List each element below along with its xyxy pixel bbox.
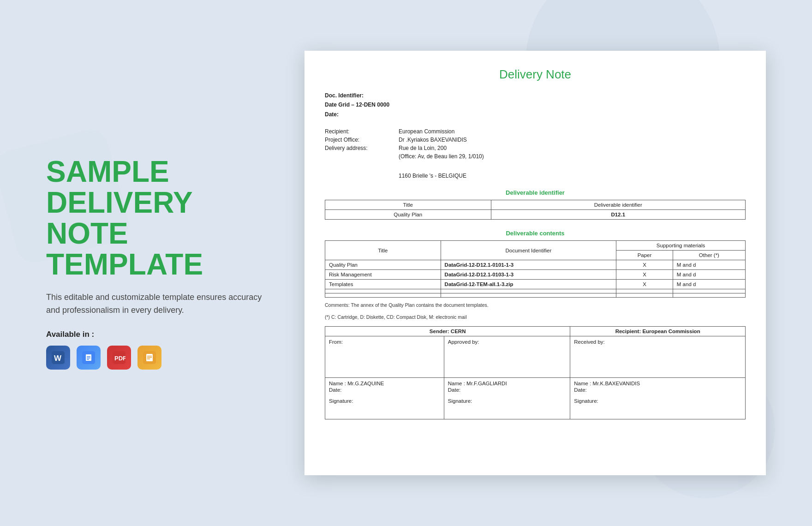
main-container: SAMPLE DELIVERY NOTE TEMPLATE This edita… (46, 51, 766, 475)
project-office-row: Project Office: Dr .Kyriakos BAXEVANIDIS (325, 137, 746, 143)
svg-rect-6 (87, 359, 89, 360)
pages-icon[interactable] (137, 346, 161, 370)
row-title (325, 289, 441, 293)
delivery-address-label: Delivery address: (325, 145, 399, 151)
received-label: Received by: (570, 336, 746, 378)
deliverable-identifier-table: Title Deliverable identifier Quality Pla… (325, 200, 746, 220)
doc-identifier-line1: Doc. Identifier: (325, 91, 746, 100)
delivery-address-row: Delivery address: Rue de la Loin, 200 (325, 145, 746, 151)
recipient-label: Recipient: (325, 128, 399, 135)
svg-text:PDF: PDF (114, 355, 125, 362)
row-paper (616, 289, 673, 293)
row-identifier (441, 293, 616, 298)
received-date: Date: (574, 387, 741, 393)
table-row (325, 289, 746, 293)
row-title: Quality Plan (325, 260, 441, 270)
main-description: This editable and customizable template … (46, 291, 268, 317)
svg-text:W: W (54, 354, 62, 363)
row-paper (616, 293, 673, 298)
app-icons-row: W PDF (46, 346, 268, 370)
svg-rect-13 (147, 359, 150, 359)
table-row: Quality Plan DataGrid-12-D12.1-0101-1-3 … (325, 260, 746, 270)
row-other: M and d (673, 260, 745, 270)
doc-identifier-line2: Date Grid – 12-DEN 0000 (325, 100, 746, 109)
svg-rect-11 (147, 356, 152, 357)
row-paper: X (616, 270, 673, 280)
recipient-value: European Commission (399, 128, 746, 135)
delivery-address-sub1: (Office: Av, de Beau lien 29, 1/010) (399, 153, 746, 160)
received-details: Name : Mr.K.BAXEVANIDIS Date: Signature: (570, 378, 746, 419)
document-panel: Delivery Note Doc. Identifier: Date Grid… (304, 51, 766, 475)
row-identifier: DataGrid-12-D12.1-0103-1-3 (441, 270, 616, 280)
deliverable-identifier-title: Deliverable identifier (325, 189, 746, 196)
table-row (325, 293, 746, 298)
svg-rect-12 (147, 357, 152, 358)
contents-col-other: Other (*) (673, 251, 745, 260)
col-title-header: Title (325, 200, 491, 210)
col-identifier-header: Deliverable identifier (491, 200, 745, 210)
table-row: Risk Management DataGrid-12-D12.1-0103-1… (325, 270, 746, 280)
row-d12: D12.1 (491, 210, 745, 220)
row-other: M and d (673, 280, 745, 289)
from-details: Name : Mr.G.ZAQUINE Date: Signature: (325, 378, 444, 419)
footnote-line: (*) C: Cartridge, D: Diskette, CD: Compa… (325, 314, 746, 320)
sender-header: Sender: CERN (325, 327, 570, 336)
recipient-row: Recipient: European Commission (325, 128, 746, 135)
doc-title: Delivery Note (325, 67, 746, 82)
approved-label: Approved by: (444, 336, 570, 378)
word-icon[interactable]: W (46, 346, 70, 370)
row-identifier (441, 289, 616, 293)
svg-rect-5 (87, 358, 90, 359)
comments-line: Comments: The annex of the Quality Plan … (325, 302, 746, 308)
row-quality-plan: Quality Plan (325, 210, 491, 220)
main-title: SAMPLE DELIVERY NOTE TEMPLATE (46, 156, 268, 281)
from-name: Name : Mr.G.ZAQUINE (329, 381, 440, 386)
delivery-address-sub2: 1160 Brielle 's - BELGIQUE (399, 173, 746, 179)
contents-col-paper: Paper (616, 251, 673, 260)
contents-col-supporting: Supporting materials (616, 241, 746, 251)
received-name: Name : Mr.K.BAXEVANIDIS (574, 381, 741, 386)
docs-icon[interactable] (77, 346, 101, 370)
table-row: Templates DataGrid-12-TEM-all.1-3.zip X … (325, 280, 746, 289)
contents-col-identifier: Document Identifier (441, 241, 616, 260)
approved-details: Name : Mr.F.GAGLIARDI Date: Signature: (444, 378, 570, 419)
deliverable-contents-title: Deliverable contents (325, 230, 746, 237)
row-title: Risk Management (325, 270, 441, 280)
row-identifier: DataGrid-12-D12.1-0101-1-3 (441, 260, 616, 270)
row-other (673, 289, 745, 293)
row-identifier: DataGrid-12-TEM-all.1-3.zip (441, 280, 616, 289)
delivery-address-value: Rue de la Loin, 200 (399, 145, 746, 151)
doc-header-info: Doc. Identifier: Date Grid – 12-DEN 0000… (325, 91, 746, 119)
signature-table: Sender: CERN Recipient: European Commiss… (325, 326, 746, 419)
row-title (325, 293, 441, 298)
doc-identifier-line3: Date: (325, 110, 746, 119)
project-office-value: Dr .Kyriakos BAXEVANIDIS (399, 137, 746, 143)
left-panel: SAMPLE DELIVERY NOTE TEMPLATE This edita… (46, 156, 268, 370)
deliverable-contents-table: Title Document Identifier Supporting mat… (325, 240, 746, 298)
from-signature: Signature: (329, 398, 440, 404)
from-date: Date: (329, 387, 440, 393)
svg-rect-4 (87, 356, 90, 357)
approved-signature: Signature: (448, 398, 567, 404)
row-paper: X (616, 280, 673, 289)
recipient-header: Recipient: European Commission (570, 327, 746, 336)
doc-fields: Recipient: European Commission Project O… (325, 128, 746, 179)
table-row: Quality Plan D12.1 (325, 210, 746, 220)
approved-date: Date: (448, 387, 567, 393)
available-label: Available in : (46, 330, 268, 339)
from-label: From: (325, 336, 444, 378)
row-other (673, 293, 745, 298)
sig-labels-row: From: Approved by: Received by: (325, 336, 746, 378)
contents-col-title: Title (325, 241, 441, 260)
sig-details-row: Name : Mr.G.ZAQUINE Date: Signature: Nam… (325, 378, 746, 419)
row-other: M and d (673, 270, 745, 280)
received-signature: Signature: (574, 398, 741, 404)
approved-name: Name : Mr.F.GAGLIARDI (448, 381, 567, 386)
row-title: Templates (325, 280, 441, 289)
pdf-icon[interactable]: PDF (107, 346, 131, 370)
project-office-label: Project Office: (325, 137, 399, 143)
row-paper: X (616, 260, 673, 270)
